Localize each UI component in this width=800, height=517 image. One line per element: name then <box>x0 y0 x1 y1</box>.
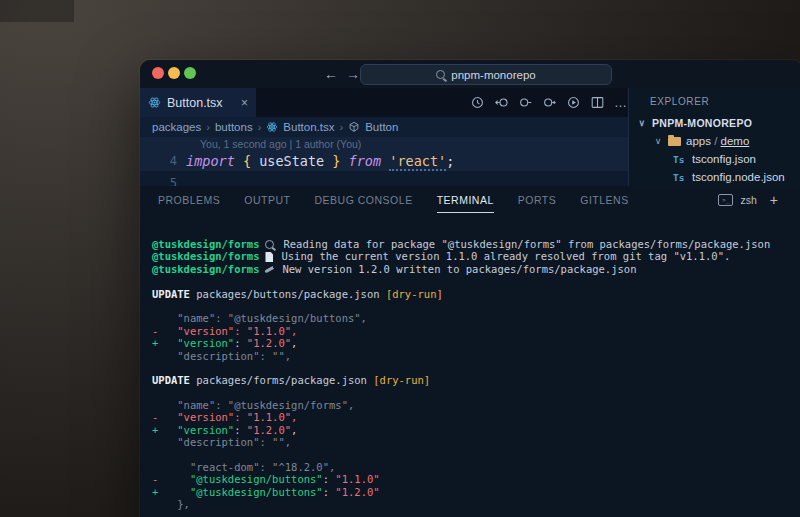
new-terminal-button[interactable]: + <box>770 192 778 208</box>
editor-tab-bar: Button.tsx × <box>140 88 628 117</box>
terminal-text: : <box>234 337 247 349</box>
split-editor-icon[interactable] <box>590 95 605 110</box>
react-icon <box>148 96 161 109</box>
terminal-line: + "version": "1.2.0", <box>152 424 800 436</box>
explorer-file-label: tsconfig.node.json <box>692 171 785 183</box>
command-center-search[interactable]: pnpm-monorepo <box>360 64 612 85</box>
terminal-text: New version 1.2.0 written to packages/fo… <box>282 263 636 275</box>
tsconfig-file-icon: Ts <box>673 172 687 183</box>
breadcrumb: packages › buttons › Button.tsx › <box>140 117 628 137</box>
background-texture-patch <box>0 0 74 22</box>
run-or-debug-icon[interactable] <box>566 95 581 110</box>
terminal-text: "@tuskdesign/buttons" <box>190 473 323 485</box>
terminal-line <box>152 275 800 287</box>
editor-column: Button.tsx × <box>140 88 628 186</box>
line-number: 5 <box>140 171 186 186</box>
more-actions-icon[interactable]: … <box>614 95 627 110</box>
timeline-icon[interactable] <box>470 95 485 110</box>
terminal-text: [dry-run] <box>386 288 443 300</box>
chevron-down-icon: ∨ <box>653 136 663 146</box>
terminal-line: + "@tuskdesign/buttons": "1.2.0" <box>152 486 800 498</box>
tab-button-tsx[interactable]: Button.tsx × <box>140 88 256 117</box>
explorer-item-tsconfig-json[interactable]: Ts tsconfig.json <box>629 150 800 168</box>
terminal-line: "description": "", <box>152 436 800 448</box>
terminal-text: "1.2.0" <box>247 424 291 436</box>
panel-tab-strip: PROBLEMSOUTPUTDEBUG CONSOLETERMINALPORTS… <box>140 186 800 214</box>
maximize-window-button[interactable] <box>184 67 196 79</box>
panel-tab-gitlens[interactable]: GITLENS <box>580 188 628 212</box>
open-changes-icon[interactable] <box>494 95 509 110</box>
next-change-icon[interactable] <box>542 95 557 110</box>
explorer-apps-label: apps / demo <box>686 135 749 147</box>
panel-tab-ports[interactable]: PORTS <box>518 188 556 212</box>
terminal-text: : <box>323 473 336 485</box>
magnifier-icon <box>265 240 274 249</box>
explorer-sidebar: EXPLORER ∨ PNPM-MONOREPO ∨ apps / demo T… <box>628 88 800 186</box>
symbol-cube-icon <box>348 121 360 133</box>
terminal-line: @tuskdesign/formsReading data for packag… <box>152 238 800 250</box>
terminal-text: }, <box>152 498 190 510</box>
react-icon <box>266 121 278 133</box>
terminal-text: , <box>291 337 297 349</box>
explorer-file-label: tsconfig.json <box>692 153 756 165</box>
terminal-text: [dry-run] <box>373 374 430 386</box>
terminal-text: + "@tuskdesign/buttons" <box>152 486 323 498</box>
explorer-item-apps-demo[interactable]: ∨ apps / demo <box>629 132 800 150</box>
breadcrumb-item-packages[interactable]: packages <box>152 121 201 133</box>
terminal-line: - "@tuskdesign/buttons": "1.1.0" <box>152 473 800 485</box>
bottom-panel: PROBLEMSOUTPUTDEBUG CONSOLETERMINALPORTS… <box>140 186 800 517</box>
vscode-window: ← → pnpm-monorepo Button. <box>140 60 800 517</box>
explorer-root-label: PNPM-MONOREPO <box>652 117 752 129</box>
terminal-output[interactable]: @tuskdesign/formsReading data for packag… <box>140 214 800 511</box>
editor-toolbar: … <box>470 95 627 110</box>
terminal-shell-widget[interactable]: >_ zsh + <box>718 186 778 214</box>
previous-change-icon[interactable] <box>518 95 533 110</box>
partial-code-line: 5 <box>140 171 628 186</box>
breadcrumb-separator: › <box>339 121 343 133</box>
terminal-text: - <box>152 473 190 485</box>
terminal-text: Reading data for package "@tuskdesign/fo… <box>283 238 770 250</box>
terminal-text: - "version": "1.1.0", <box>152 411 297 423</box>
panel-tab-terminal[interactable]: TERMINAL <box>437 188 494 213</box>
nav-back-button[interactable]: ← <box>322 65 340 83</box>
breadcrumb-item-symbol[interactable]: Button <box>365 121 398 133</box>
terminal-line: - "version": "1.1.0", <box>152 411 800 423</box>
explorer-root-pnpm-monorepo[interactable]: ∨ PNPM-MONOREPO <box>629 114 800 132</box>
terminal-text: + "version" <box>152 337 234 349</box>
terminal-text: "name": "@tuskdesign/forms", <box>152 399 354 411</box>
panel-tab-debug-console[interactable]: DEBUG CONSOLE <box>315 188 413 212</box>
terminal-line <box>152 362 800 374</box>
minimize-window-button[interactable] <box>168 67 180 79</box>
brace-close: } <box>324 153 348 169</box>
git-blame-annotation[interactable]: You, 1 second ago | 1 author (You) <box>140 137 628 152</box>
terminal-text: @tuskdesign/forms <box>152 263 259 275</box>
terminal-line: UPDATE packages/buttons/package.json [dr… <box>152 288 800 300</box>
panel-tab-output[interactable]: OUTPUT <box>244 188 290 212</box>
terminal-line: @tuskdesign/formsUsing the current versi… <box>152 250 800 262</box>
explorer-item-tsconfig-node-json[interactable]: Ts tsconfig.node.json <box>629 168 800 186</box>
panel-tab-problems[interactable]: PROBLEMS <box>158 188 220 212</box>
terminal-line: @tuskdesign/formsNew version 1.2.0 writt… <box>152 263 800 275</box>
terminal-line: "name": "@tuskdesign/forms", <box>152 399 800 411</box>
document-icon <box>265 252 273 262</box>
breadcrumb-item-buttons[interactable]: buttons <box>215 121 253 133</box>
close-tab-icon[interactable]: × <box>241 96 248 110</box>
pencil-icon <box>264 265 274 273</box>
close-window-button[interactable] <box>152 67 164 79</box>
terminal-text: UPDATE <box>152 288 190 300</box>
terminal-text: "description": "", <box>152 436 291 448</box>
brace-open: { <box>235 153 259 169</box>
code-editor[interactable]: You, 1 second ago | 1 author (You) 4 imp… <box>140 137 628 186</box>
tsconfig-file-icon: Ts <box>673 154 687 165</box>
terminal-text: packages/forms/package.json <box>190 374 373 386</box>
shell-name: zsh <box>740 194 756 206</box>
breadcrumb-item-file[interactable]: Button.tsx <box>283 121 334 133</box>
terminal-text: UPDATE <box>152 374 190 386</box>
chevron-down-icon: ∨ <box>637 118 647 128</box>
terminal-line: "react-dom": "^18.2.0", <box>152 461 800 473</box>
terminal-text: Using the current version 1.1.0 already … <box>281 250 730 262</box>
terminal-text: packages/buttons/package.json <box>190 288 386 300</box>
search-icon <box>436 70 445 79</box>
line-number: 4 <box>140 152 186 171</box>
terminal-line: }, <box>152 498 800 510</box>
